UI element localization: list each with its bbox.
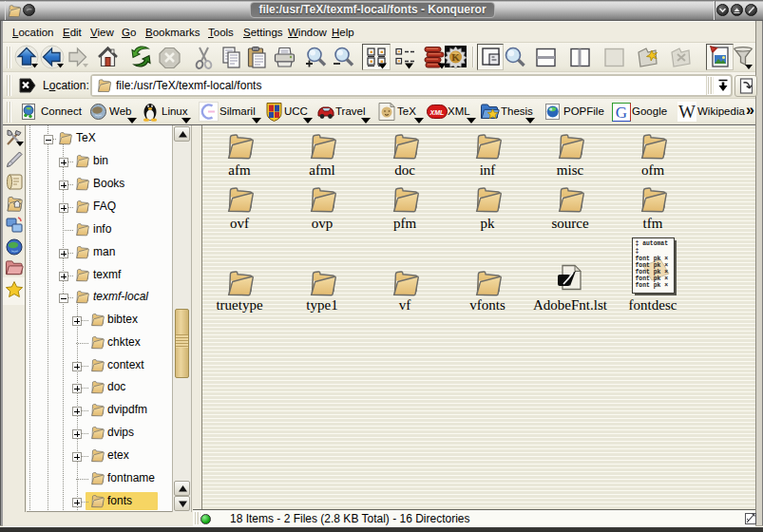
svg-text:‡: ‡ [636,248,639,255]
svg-text:XML: XML [429,109,445,116]
svg-text:‡ automat: ‡ automat [636,240,669,247]
svg-text:W: W [678,102,696,122]
svg-text:K: K [451,51,460,63]
svg-text:font pk ×: font pk × [636,262,669,269]
svg-text:font pk ×: font pk × [636,256,669,262]
svg-text:font pk ×: font pk × [636,269,669,276]
svg-text:font pk ×: font pk × [636,282,669,289]
svg-text:G: G [616,104,627,122]
svg-text:font pk ×: font pk × [636,276,669,282]
